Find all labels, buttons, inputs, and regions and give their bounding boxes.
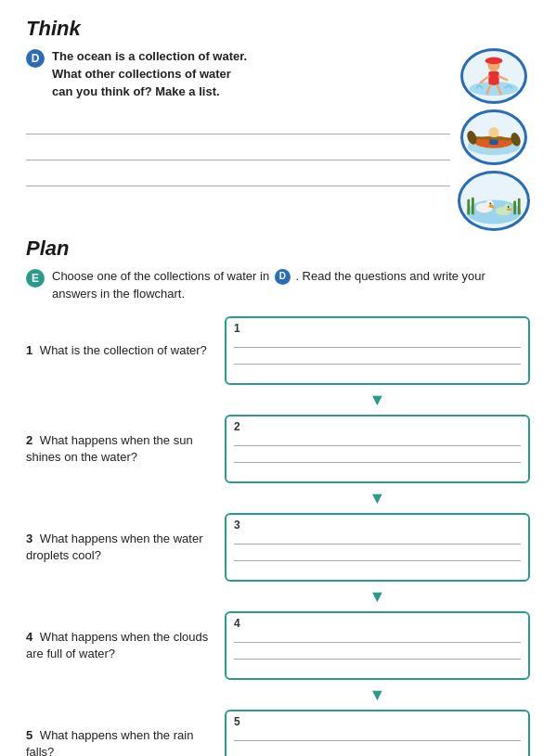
think-line-2[interactable] bbox=[26, 144, 450, 160]
image-kayak bbox=[460, 109, 527, 165]
plan-section: Plan E Choose one of the collections of … bbox=[26, 237, 530, 756]
plan-ref-badge: D bbox=[275, 269, 291, 285]
svg-line-3 bbox=[481, 76, 488, 83]
think-badge: D bbox=[26, 49, 45, 68]
think-row: D The ocean is a collection of water. Wh… bbox=[26, 48, 530, 231]
think-images bbox=[458, 48, 530, 231]
plan-badge: E bbox=[26, 269, 45, 288]
flowchart-box-2[interactable]: 2 bbox=[225, 415, 530, 483]
svg-point-11 bbox=[488, 127, 498, 137]
question-row-2: 2 What happens when the sun shines on th… bbox=[26, 415, 530, 483]
svg-point-16 bbox=[466, 199, 521, 224]
question-row-4: 4 What happens when the clouds are full … bbox=[26, 611, 530, 680]
question-row-5: 5 What happens when the rain falls? 5 bbox=[26, 710, 530, 756]
questions-grid: 1 What is the collection of water? 1 ▼ 2… bbox=[26, 316, 530, 756]
svg-rect-20 bbox=[518, 198, 521, 214]
fc-arrow-3: ▼ bbox=[225, 588, 530, 605]
flowchart-box-3[interactable]: 3 bbox=[225, 513, 530, 582]
think-line-3[interactable] bbox=[26, 170, 450, 186]
think-answer-lines bbox=[26, 118, 450, 196]
image-child-water bbox=[460, 48, 527, 104]
svg-rect-2 bbox=[488, 71, 498, 85]
think-line-1[interactable] bbox=[26, 118, 450, 135]
fc-arrow-1: ▼ bbox=[225, 391, 530, 408]
svg-point-27 bbox=[507, 208, 512, 211]
fc-arrow-4: ▼ bbox=[225, 686, 530, 703]
svg-rect-18 bbox=[472, 197, 474, 213]
flowchart-box-4[interactable]: 4 bbox=[225, 611, 530, 680]
think-section: Think D The ocean is a collection of wat… bbox=[26, 17, 530, 231]
svg-line-4 bbox=[499, 76, 507, 80]
svg-rect-19 bbox=[513, 200, 516, 214]
svg-point-28 bbox=[508, 206, 510, 208]
svg-rect-17 bbox=[467, 199, 470, 214]
page: Think D The ocean is a collection of wat… bbox=[0, 0, 556, 756]
question-row-1: 1 What is the collection of water? 1 bbox=[26, 316, 530, 385]
svg-line-13 bbox=[472, 137, 515, 139]
svg-point-24 bbox=[489, 202, 491, 204]
image-ducks bbox=[458, 171, 530, 231]
think-title: Think bbox=[26, 17, 530, 41]
think-text: The ocean is a collection of water. What… bbox=[52, 48, 247, 101]
question-row-3: 3 What happens when the water droplets c… bbox=[26, 513, 530, 582]
plan-instruction: E Choose one of the collections of water… bbox=[26, 268, 530, 303]
flowchart-box-5[interactable]: 5 bbox=[225, 710, 530, 756]
fc-arrow-2: ▼ bbox=[225, 490, 530, 506]
plan-title: Plan bbox=[26, 237, 530, 261]
svg-rect-8 bbox=[489, 58, 498, 62]
flowchart-box-1[interactable]: 1 bbox=[225, 316, 530, 385]
